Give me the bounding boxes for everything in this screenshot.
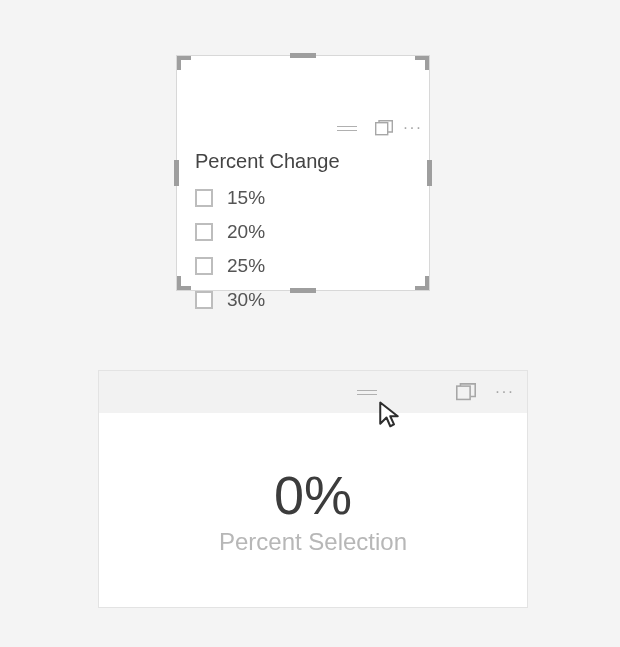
more-options-icon[interactable]: ···	[495, 381, 515, 403]
slicer-title: Percent Change	[195, 150, 411, 173]
resize-handle-top[interactable]	[290, 53, 316, 58]
resize-handle-bl[interactable]	[177, 84, 191, 98]
slicer-visual[interactable]: ··· Percent Change 15% 20% 25% 30%	[176, 55, 430, 291]
checkbox-icon[interactable]	[195, 257, 213, 275]
drag-handle-icon[interactable]	[357, 387, 377, 397]
svg-rect-1	[457, 386, 470, 399]
card-value: 0%	[274, 464, 352, 526]
svg-rect-0	[376, 123, 388, 135]
more-options-icon[interactable]: ···	[403, 117, 423, 139]
drag-handle-icon[interactable]	[337, 123, 357, 133]
resize-handle-right[interactable]	[427, 160, 432, 186]
focus-mode-icon[interactable]	[373, 117, 395, 139]
checkbox-icon[interactable]	[195, 291, 213, 309]
resize-handle-tl[interactable]	[177, 56, 191, 70]
slicer-header: ···	[177, 112, 429, 144]
resize-handle-bottom[interactable]	[290, 288, 316, 293]
card-label: Percent Selection	[219, 528, 407, 556]
slicer-option[interactable]: 20%	[195, 215, 411, 249]
slicer-body: Percent Change 15% 20% 25% 30%	[177, 144, 429, 327]
slicer-option[interactable]: 15%	[195, 181, 411, 215]
focus-mode-icon[interactable]	[455, 381, 477, 403]
resize-handle-left[interactable]	[174, 160, 179, 186]
slicer-option[interactable]: 25%	[195, 249, 411, 283]
option-label: 30%	[227, 289, 265, 311]
checkbox-icon[interactable]	[195, 223, 213, 241]
resize-handle-br[interactable]	[177, 98, 191, 112]
option-label: 15%	[227, 187, 265, 209]
card-header: ···	[99, 371, 527, 413]
option-label: 20%	[227, 221, 265, 243]
option-label: 25%	[227, 255, 265, 277]
resize-handle-tr[interactable]	[177, 70, 191, 84]
card-visual[interactable]: ··· 0% Percent Selection	[98, 370, 528, 608]
checkbox-icon[interactable]	[195, 189, 213, 207]
card-body: 0% Percent Selection	[99, 413, 527, 607]
